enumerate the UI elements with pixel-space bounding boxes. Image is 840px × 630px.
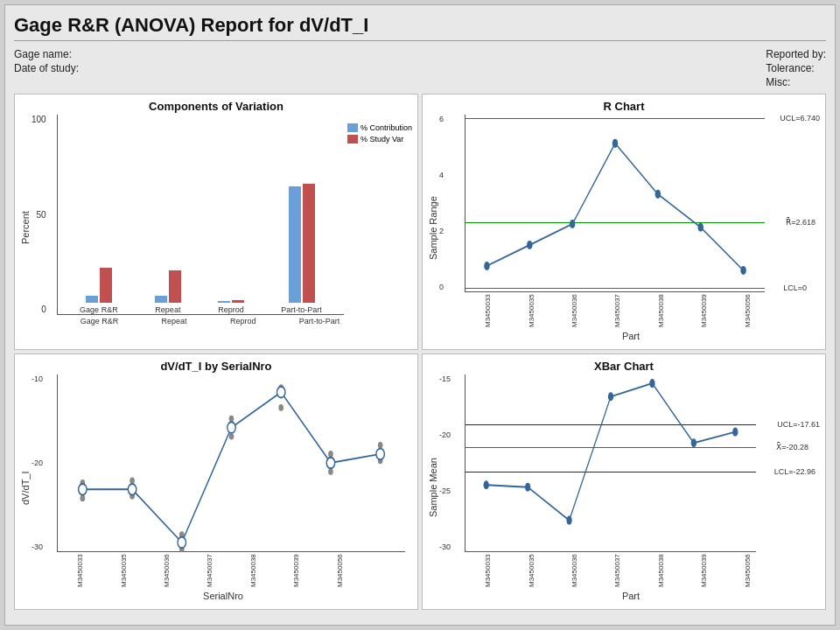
legend-swatch-blue: [347, 123, 358, 132]
r-point-2: [570, 220, 576, 228]
bar-gage-red: [100, 268, 112, 303]
cov-x-labels: Gage R&R Repeat Reprod Part-to-Part: [59, 317, 361, 326]
xbar-plot-area: -15 -20 -25 -30 UCL=-17.61 X̄=-20.28: [465, 374, 756, 552]
date-label: Date of study:: [14, 62, 79, 74]
serial-plot-area: -10 -20 -30: [57, 374, 405, 552]
r-chart-line: [486, 144, 743, 270]
svg-point-18: [276, 387, 284, 398]
cov-plot-area: 100 50 0 Gage R: [57, 115, 344, 315]
r-chart-panel: R Chart Sample Range 6 4 2 0 U: [422, 94, 826, 350]
r-ucl-label: UCL=6.740: [780, 114, 820, 122]
r-chart-title: R Chart: [604, 100, 645, 113]
bar-part-blue: [289, 186, 301, 303]
xbar-lcl-label: LCL=-22.96: [774, 467, 816, 476]
svg-point-12: [378, 442, 383, 449]
cov-bars-part: [289, 184, 315, 303]
xbar-wrap: Sample Mean -15 -20 -25 -30 UCL=-17.61: [426, 374, 822, 601]
xbar-pt-4: [649, 379, 654, 388]
legend-swatch-red: [347, 135, 358, 144]
report-container: Gage R&R (ANOVA) Report for dV/dT_I Gage…: [4, 4, 836, 626]
cov-label-part: Part-to-Part: [281, 305, 322, 314]
r-x-labels: M3450033 M3450035 M3450036 M3450037 M345…: [466, 292, 769, 329]
svg-point-16: [178, 537, 186, 549]
svg-point-19: [326, 458, 334, 469]
xbar-ucl-label: UCL=-17.61: [777, 420, 820, 429]
cov-group-gage: Gage R&R: [80, 268, 118, 314]
bar-part-red: [303, 184, 315, 303]
svg-point-7: [229, 433, 234, 440]
serial-panel: dV/dT_I by SerialNro dV/dT_I -10 -20 -30: [14, 354, 418, 610]
xbar-pt-1: [525, 483, 530, 492]
r-plot-area: 6 4 2 0 UCL=6.740 R̄=2.618: [465, 115, 765, 292]
tolerance-label: Tolerance:: [766, 62, 826, 74]
xbar-title: XBar Chart: [594, 360, 654, 373]
legend-contribution: % Contribution: [347, 123, 412, 132]
r-chart-wrap: Sample Range 6 4 2 0 UCL=6.740: [426, 115, 822, 341]
xbar-x-labels: M3450033 M3450035 M3450036 M3450037 M345…: [466, 552, 769, 589]
r-lcl-label: LCL=0: [783, 284, 807, 292]
bar-reprod-red: [232, 300, 244, 303]
r-x-axis-label: Part: [440, 331, 822, 341]
xbar-line: [486, 383, 736, 521]
cov-y-label: Percent: [18, 115, 32, 341]
cov-group-part: Part-to-Part: [281, 184, 322, 314]
svg-point-20: [376, 449, 384, 460]
reported-by-label: Reported by:: [766, 48, 826, 60]
cov-y-ticks: 100 50 0: [32, 115, 46, 314]
serial-svg: [58, 374, 405, 551]
serial-x-axis-label: SerialNro: [32, 591, 414, 601]
svg-point-9: [278, 404, 284, 411]
cov-group-repeat: Repeat: [155, 270, 181, 314]
xbar-mean-label: X̄=-20.28: [776, 443, 808, 452]
meta-left: Gage name: Date of study:: [14, 48, 79, 88]
svg-point-1: [80, 495, 86, 502]
serial-y-ticks: -10 -20 -30: [32, 374, 43, 551]
cov-label-repeat: Repeat: [155, 305, 180, 314]
svg-point-10: [328, 451, 333, 458]
bar-repeat-red: [169, 270, 181, 303]
cov-legend: % Contribution % Study Var: [347, 123, 412, 144]
serial-wrap: dV/dT_I -10 -20 -30: [18, 374, 414, 601]
xbar-y-label: Sample Mean: [426, 374, 440, 601]
report-title: Gage R&R (ANOVA) Report for dV/dT_I: [14, 14, 826, 41]
cov-bars-reprod: [218, 300, 244, 303]
r-point-1: [527, 241, 533, 249]
svg-point-11: [328, 468, 333, 475]
cov-bars-gage: [86, 268, 112, 303]
gage-name-label: Gage name:: [14, 48, 79, 60]
r-chart-svg: [466, 115, 765, 291]
xbar-pt-2: [566, 516, 571, 525]
cov-bars-repeat: [155, 270, 181, 303]
serial-title: dV/dT_I by SerialNro: [160, 360, 271, 373]
r-point-3: [612, 139, 619, 148]
xbar-svg: [466, 374, 756, 551]
legend-studyvar: % Study Var: [347, 135, 412, 144]
serial-x-labels: M3450033 M3450035 M3450036 M3450037 M345…: [59, 552, 361, 589]
xbar-y-ticks: -15 -20 -25 -30: [439, 374, 451, 551]
r-point-5: [697, 223, 704, 232]
cov-title: Components of Variation: [149, 100, 284, 113]
xbar-panel: XBar Chart Sample Mean -15 -20 -25 -30: [422, 354, 826, 610]
svg-point-2: [130, 477, 135, 484]
cov-label-gage: Gage R&R: [80, 305, 118, 314]
cov-group-reprod: Reprod: [218, 300, 244, 314]
bar-repeat-blue: [155, 296, 167, 303]
cov-chart: Percent 100 50 0: [18, 115, 414, 341]
r-point-4: [655, 190, 662, 199]
cov-groups: Gage R&R Repeat: [58, 115, 344, 314]
serial-line: [82, 392, 380, 542]
xbar-pt-6: [732, 428, 738, 437]
meta-right: Reported by: Tolerance: Misc:: [766, 48, 826, 88]
xbar-x-axis-label: Part: [440, 591, 822, 601]
serial-y-label: dV/dT_I: [18, 374, 32, 601]
cov-label-reprod: Reprod: [218, 305, 244, 314]
r-point-6: [740, 266, 746, 275]
charts-grid: Components of Variation Percent 100 50 0: [14, 94, 826, 610]
svg-point-14: [79, 484, 87, 495]
bar-gage-blue: [86, 296, 98, 303]
meta-section: Gage name: Date of study: Reported by: T…: [14, 48, 826, 88]
svg-point-17: [228, 422, 235, 433]
svg-point-6: [229, 416, 234, 423]
cov-panel: Components of Variation Percent 100 50 0: [14, 94, 418, 350]
svg-point-15: [128, 484, 136, 495]
